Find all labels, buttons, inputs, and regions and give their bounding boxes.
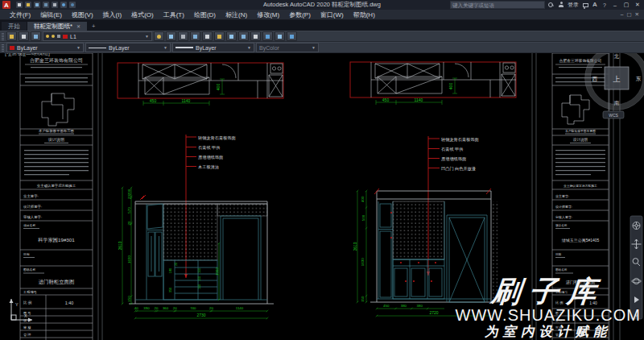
- dim-plan-right-400: 400: [448, 83, 453, 90]
- menu-edit[interactable]: 编辑(E): [35, 10, 67, 19]
- save-as-icon[interactable]: [43, 2, 49, 8]
- layer-copy-to-icon[interactable]: [275, 31, 285, 41]
- toolbar-grip[interactable]: [2, 44, 4, 52]
- layer-delete-icon[interactable]: [250, 31, 261, 41]
- dim-text: 180: [168, 267, 172, 273]
- menu-dimension[interactable]: 标注(N): [221, 10, 252, 19]
- floorplan-thumbnail: [562, 95, 589, 124]
- menu-file[interactable]: 文件(F): [5, 10, 35, 19]
- lineweight-preview: [175, 47, 193, 48]
- document-window-controls: – ▢ ✕: [621, 11, 639, 18]
- lineweight-dropdown[interactable]: ByLayer ▼: [172, 43, 254, 52]
- dim-text: 2610: [118, 241, 122, 250]
- menu-tools[interactable]: 工具(T): [159, 10, 189, 19]
- dim-text: 380: [417, 304, 423, 308]
- close-button[interactable]: ✕: [634, 2, 642, 8]
- table-row-label: 工程编号: [23, 290, 38, 294]
- menu-help[interactable]: 帮助(H): [349, 10, 380, 19]
- layer-walk-icon[interactable]: [214, 31, 225, 41]
- tab-drawing[interactable]: 鞋柜定制图纸* ✕: [27, 22, 87, 31]
- tab-start-label: 开始: [8, 23, 20, 31]
- menu-parametric[interactable]: 参数(P): [284, 10, 316, 19]
- compass-north[interactable]: 北: [614, 53, 620, 60]
- layer-lock-icon[interactable]: [57, 35, 60, 38]
- menu-format[interactable]: 格式(O): [126, 10, 159, 19]
- help-icon[interactable]: ?: [601, 2, 608, 8]
- properties-toolbar: ByLayer ▼ ByLayer ▼ ByLayer ▼ ByColor ▼: [0, 42, 644, 53]
- new-tab-button[interactable]: +: [88, 22, 99, 31]
- compass-west[interactable]: 西: [592, 76, 598, 81]
- menu-modify[interactable]: 修改(M): [252, 10, 284, 19]
- dim-text: 40: [134, 306, 138, 310]
- callout-text: 原墙墙纸饰面: [198, 155, 223, 160]
- watermark-url: WWW.SHUAZIKU.COM: [456, 307, 641, 324]
- layer-isolate-icon[interactable]: [31, 31, 41, 41]
- dim-text: 20: [175, 263, 178, 266]
- tab-close-icon[interactable]: ✕: [76, 23, 80, 29]
- user-icon[interactable]: [558, 2, 564, 8]
- dim-text: 500: [361, 214, 365, 221]
- doc-minimize-button[interactable]: –: [621, 11, 624, 18]
- autodesk-app-icon[interactable]: [592, 2, 598, 8]
- layer-vpfreeze-icon[interactable]: [226, 31, 237, 41]
- watermark-tagline: 为室内设计赋能: [456, 324, 641, 340]
- sign-in-button[interactable]: 登录: [568, 1, 579, 9]
- color-dropdown[interactable]: ByLayer ▼: [6, 43, 84, 52]
- layer-freeze-other-icon[interactable]: [287, 31, 297, 41]
- layer-prev-icon[interactable]: [202, 31, 213, 41]
- viewcube-compass[interactable]: 上 北 东 南 西 WCS: [585, 47, 644, 119]
- open-file-icon[interactable]: [25, 2, 31, 8]
- plotstyle-dropdown: ByColor ▼: [256, 43, 319, 52]
- notes-title: 设计说明: [573, 137, 588, 143]
- autocad-logo-icon[interactable]: A: [2, 1, 10, 9]
- chevron-down-icon: ▼: [247, 45, 251, 50]
- linetype-dropdown[interactable]: ByLayer ▼: [85, 43, 171, 52]
- plot-icon[interactable]: [52, 2, 58, 8]
- layer-match-icon[interactable]: [190, 31, 200, 41]
- save-icon[interactable]: [34, 2, 40, 8]
- tab-start[interactable]: 开始: [2, 22, 27, 31]
- layer-freeze-icon[interactable]: [166, 31, 176, 41]
- layer-dropdown[interactable]: L1 ▼: [43, 31, 152, 41]
- minimize-button[interactable]: –: [611, 2, 619, 8]
- wcs-dropdown[interactable]: WCS: [609, 113, 618, 118]
- date-label: 日期: [23, 252, 30, 256]
- compass-east[interactable]: 东: [636, 76, 642, 81]
- layer-properties-icon[interactable]: [6, 31, 17, 41]
- layer-states-icon[interactable]: [19, 31, 29, 41]
- plus-icon: +: [92, 23, 95, 30]
- layer-thaw-icon[interactable]: [52, 35, 55, 38]
- menu-draw[interactable]: 绘图(D): [189, 10, 221, 19]
- dim-text: 390: [143, 306, 150, 310]
- dim-text: 400: [361, 196, 365, 202]
- menu-insert[interactable]: 插入(I): [98, 10, 127, 19]
- sign-row: 审核人签字:: [555, 215, 572, 219]
- layer-unisolate-icon[interactable]: [262, 31, 273, 41]
- compass-south[interactable]: 南: [614, 100, 620, 106]
- menu-window[interactable]: 窗口(W): [316, 10, 349, 19]
- dim-plan-right-450: 450: [382, 97, 390, 102]
- dim-text: 1140: [236, 306, 244, 310]
- app-store-cart-icon[interactable]: [582, 2, 588, 8]
- dim-text: 570: [127, 207, 131, 214]
- layer-lock-tool-icon[interactable]: [178, 31, 188, 41]
- toolbar-grip[interactable]: [2, 33, 4, 40]
- search-input[interactable]: [450, 1, 545, 9]
- search-icon[interactable]: [548, 2, 555, 8]
- new-file-icon[interactable]: [16, 2, 23, 8]
- layer-merge-icon[interactable]: [238, 31, 249, 41]
- doc-restore-button[interactable]: ▢: [626, 11, 631, 18]
- redo-icon[interactable]: [69, 2, 76, 8]
- maximize-button[interactable]: ▢: [622, 2, 630, 8]
- layer-on-icon[interactable]: [46, 35, 49, 38]
- undo-icon[interactable]: [60, 2, 67, 8]
- title-bar: A Autodesk AutoCAD 2020 鞋柜定制图纸.dwg 登录 ? …: [0, 0, 644, 10]
- watermark-brand: 刷子库: [454, 276, 642, 307]
- viewcube-top-face[interactable]: 上: [613, 75, 621, 83]
- menu-view[interactable]: 视图(V): [67, 10, 98, 19]
- drawing-title-label: 图纸名称: [23, 267, 35, 272]
- layer-off-icon[interactable]: [154, 31, 164, 41]
- floorplan-thumbnail: [42, 93, 74, 126]
- doc-close-button[interactable]: ✕: [635, 11, 639, 18]
- callout-text: 木工板清油: [198, 164, 219, 170]
